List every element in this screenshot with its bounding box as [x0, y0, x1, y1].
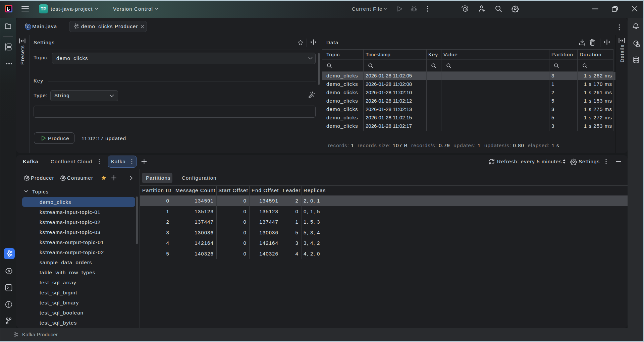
svg-text:C: C	[27, 25, 30, 29]
